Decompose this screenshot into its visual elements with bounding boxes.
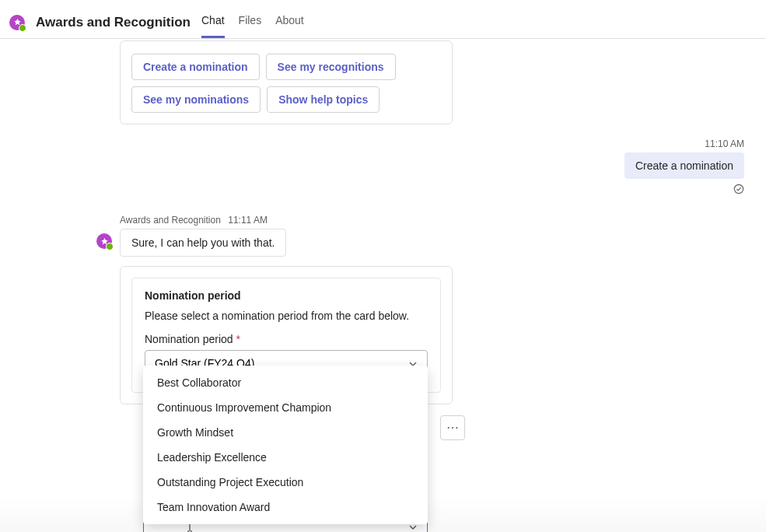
app-title: Awards and Recognition — [36, 15, 191, 30]
form-description: Please select a nomination period from t… — [145, 310, 428, 322]
dropdown-item[interactable]: Outstanding Project Execution — [143, 470, 428, 495]
bot-reply-bubble: Sure, I can help you with that. — [120, 229, 286, 257]
dropdown-item[interactable]: Growth Mindset — [143, 420, 428, 445]
sent-status-icon — [733, 184, 744, 198]
user-msg-bubble: Create a nomination — [624, 152, 744, 179]
show-help-button[interactable]: Show help topics — [267, 86, 380, 113]
award-icon — [100, 237, 109, 246]
nomination-form-wrap: Nomination period Please select a nomina… — [120, 266, 453, 404]
bot-name: Awards and Recognition — [120, 215, 221, 226]
app-avatar — [9, 15, 25, 30]
create-nomination-button[interactable]: Create a nomination — [131, 54, 260, 80]
bot-avatar — [96, 233, 112, 249]
bot-reply-row: Sure, I can help you with that. — [96, 229, 766, 257]
award-icon — [13, 18, 22, 26]
required-mark: * — [236, 333, 240, 345]
tab-chat[interactable]: Chat — [201, 6, 225, 38]
see-nominations-button[interactable]: See my nominations — [131, 86, 261, 113]
form-title: Nomination period — [145, 289, 428, 302]
quick-action-card: Create a nomination See my recognitions … — [120, 40, 453, 124]
form-label: Nomination period * — [145, 333, 428, 345]
dropdown-item[interactable]: Leadership Excellence — [143, 445, 428, 470]
user-msg-timestamp: 11:10 AM — [705, 138, 744, 149]
ellipsis-icon: ⋯ — [446, 422, 460, 434]
svg-point-0 — [734, 184, 743, 193]
app-header: Awards and Recognition Chat Files About — [0, 0, 766, 39]
form-label-text: Nomination period — [145, 333, 233, 345]
dropdown-item[interactable]: Team Innovation Award — [143, 495, 428, 520]
dropdown-item[interactable]: Continuous Improvement Champion — [143, 395, 428, 420]
tab-files[interactable]: Files — [239, 6, 262, 38]
bot-meta: Awards and Recognition 11:11 AM — [120, 215, 766, 226]
chat-area: Create a nomination See my recognitions … — [0, 40, 766, 532]
user-message: 11:10 AM Create a nomination — [0, 138, 766, 198]
see-recognitions-button[interactable]: See my recognitions — [266, 54, 396, 80]
bot-time: 11:11 AM — [228, 215, 268, 226]
tab-about[interactable]: About — [275, 6, 304, 38]
header-tabs: Chat Files About — [201, 6, 304, 38]
more-options-button[interactable]: ⋯ — [440, 415, 465, 440]
dropdown-item[interactable]: Best Collaborator — [143, 370, 428, 395]
award-type-dropdown[interactable]: Best Collaborator Continuous Improvement… — [143, 366, 428, 524]
